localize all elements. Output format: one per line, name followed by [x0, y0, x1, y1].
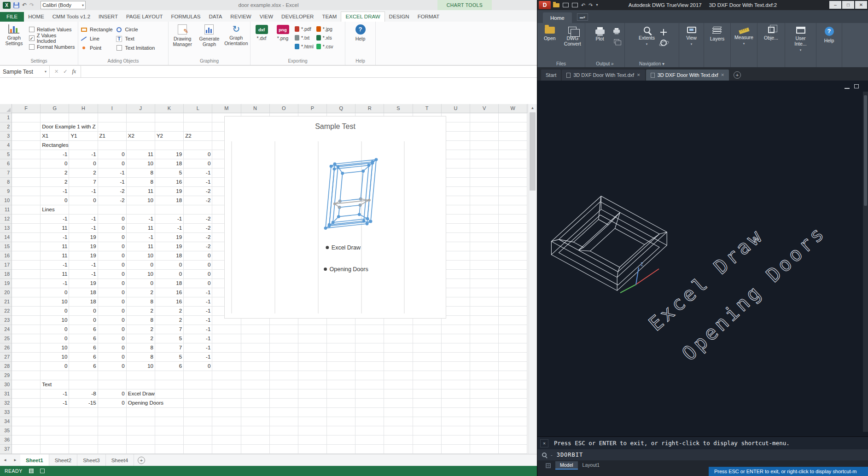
- grid-cell[interactable]: [127, 122, 155, 132]
- grid-cell[interactable]: [499, 325, 527, 334]
- grid-cell[interactable]: Text: [41, 380, 69, 389]
- grid-cell[interactable]: [298, 445, 327, 454]
- grid-cell[interactable]: 6: [155, 362, 184, 371]
- grid-cell[interactable]: [413, 435, 442, 445]
- grid-cell[interactable]: 0: [184, 159, 212, 168]
- grid-cell[interactable]: 5: [155, 353, 184, 362]
- grid-cell[interactable]: [12, 408, 41, 417]
- grid-cell[interactable]: [470, 242, 499, 251]
- grid-cell[interactable]: [98, 445, 127, 454]
- grid-cell[interactable]: 10: [127, 251, 155, 261]
- grid-cell[interactable]: [155, 389, 184, 399]
- grid-cell[interactable]: [499, 251, 527, 261]
- export-jpg-button[interactable]: *.jpg: [316, 24, 333, 33]
- grid-cell[interactable]: [442, 417, 470, 426]
- grid-cell[interactable]: 19: [155, 150, 184, 159]
- grid-cell[interactable]: 7: [69, 178, 98, 187]
- row-header-13[interactable]: 13: [0, 224, 12, 233]
- grid-cell[interactable]: [12, 251, 41, 261]
- grid-cell[interactable]: [499, 261, 527, 270]
- ribbon-tab-team[interactable]: TEAM: [318, 12, 341, 22]
- grid-cell[interactable]: [12, 122, 41, 132]
- grid-cell[interactable]: [184, 445, 212, 454]
- grid-cell[interactable]: [470, 426, 499, 435]
- grid-cell[interactable]: [355, 389, 384, 399]
- grid-cell[interactable]: [270, 334, 298, 343]
- grid-cell[interactable]: [155, 141, 184, 150]
- drawing-canvas[interactable]: ZExcel DrawOpening Doors: [537, 81, 868, 436]
- grid-cell[interactable]: [98, 426, 127, 435]
- grid-cell[interactable]: 10: [127, 362, 155, 371]
- grid-cell[interactable]: [499, 408, 527, 417]
- grid-cell[interactable]: [155, 435, 184, 445]
- text-imitation-checkbox[interactable]: Text Imitation: [116, 43, 155, 52]
- grid-cell[interactable]: [470, 224, 499, 233]
- grid-cell[interactable]: [355, 380, 384, 389]
- row-header-31[interactable]: 31: [0, 389, 12, 399]
- grid-cell[interactable]: [41, 435, 69, 445]
- grid-cell[interactable]: [413, 353, 442, 362]
- grid-cell[interactable]: [327, 380, 355, 389]
- grid-cell[interactable]: [442, 334, 470, 343]
- grid-cell[interactable]: 10: [41, 316, 69, 325]
- ribbon-tab-design[interactable]: DESIGN: [385, 12, 414, 22]
- grid-cell[interactable]: [184, 371, 212, 380]
- grid-cell[interactable]: [69, 445, 98, 454]
- grid-cell[interactable]: -1: [184, 353, 212, 362]
- grid-cell[interactable]: [12, 168, 41, 178]
- grid-cell[interactable]: [355, 371, 384, 380]
- grid-cell[interactable]: [470, 399, 499, 408]
- grid-cell[interactable]: [12, 288, 41, 297]
- grid-cell[interactable]: 11: [41, 224, 69, 233]
- grid-cell[interactable]: [69, 380, 98, 389]
- grid-cell[interactable]: [499, 417, 527, 426]
- grid-cell[interactable]: [413, 380, 442, 389]
- extents-button[interactable]: Extents ▾: [636, 25, 658, 46]
- grid-cell[interactable]: -1: [41, 215, 69, 224]
- grid-cell[interactable]: -2: [184, 187, 212, 196]
- sheet-tab-sheet4[interactable]: Sheet4: [106, 454, 134, 466]
- grid-cell[interactable]: 11: [41, 242, 69, 251]
- grid-cell[interactable]: [12, 353, 41, 362]
- grid-cell[interactable]: [470, 251, 499, 261]
- grid-cell[interactable]: [327, 426, 355, 435]
- grid-cell[interactable]: 0: [184, 270, 212, 279]
- row-header-5[interactable]: 5: [0, 150, 12, 159]
- row-header-18[interactable]: 18: [0, 270, 12, 279]
- objects-button[interactable]: Obje...: [760, 25, 782, 41]
- grid-cell[interactable]: -1: [184, 325, 212, 334]
- grid-cell[interactable]: [241, 389, 270, 399]
- grid-cell[interactable]: [298, 353, 327, 362]
- ribbon-tab-cmm-tools-v1-2[interactable]: CMM Tools v1.2: [48, 12, 94, 22]
- grid-cell[interactable]: [12, 417, 41, 426]
- new-tab-button[interactable]: +: [734, 71, 741, 79]
- row-header-15[interactable]: 15: [0, 242, 12, 251]
- grid-cell[interactable]: 19: [155, 187, 184, 196]
- grid-cell[interactable]: [127, 141, 155, 150]
- row-header-7[interactable]: 7: [0, 168, 12, 178]
- grid-cell[interactable]: [12, 141, 41, 150]
- undo-icon[interactable]: ↶: [22, 2, 27, 8]
- cancel-icon[interactable]: ✕: [54, 69, 58, 75]
- grid-cell[interactable]: [241, 362, 270, 371]
- grid-cell[interactable]: [499, 334, 527, 343]
- scroll-up-icon[interactable]: ▲: [528, 104, 537, 112]
- grid-cell[interactable]: [355, 399, 384, 408]
- close-tab-icon[interactable]: ✕: [637, 73, 641, 77]
- grid-cell[interactable]: [298, 389, 327, 399]
- grid-cell[interactable]: [184, 141, 212, 150]
- grid-cell[interactable]: 18: [155, 196, 184, 205]
- text-button[interactable]: TText: [116, 34, 155, 43]
- grid-cell[interactable]: [499, 362, 527, 371]
- grid-cell[interactable]: -2: [184, 224, 212, 233]
- row-header-37[interactable]: 37: [0, 445, 12, 454]
- grid-cell[interactable]: [155, 417, 184, 426]
- grid-cell[interactable]: [413, 334, 442, 343]
- embedded-chart[interactable]: Sample Test Excel DrawOpening Doors: [224, 116, 446, 319]
- grid-cell[interactable]: [241, 353, 270, 362]
- grid-cell[interactable]: [12, 279, 41, 288]
- grid-cell[interactable]: [12, 362, 41, 371]
- grid-cell[interactable]: [98, 417, 127, 426]
- grid-cell[interactable]: [155, 371, 184, 380]
- grid-cell[interactable]: [12, 242, 41, 251]
